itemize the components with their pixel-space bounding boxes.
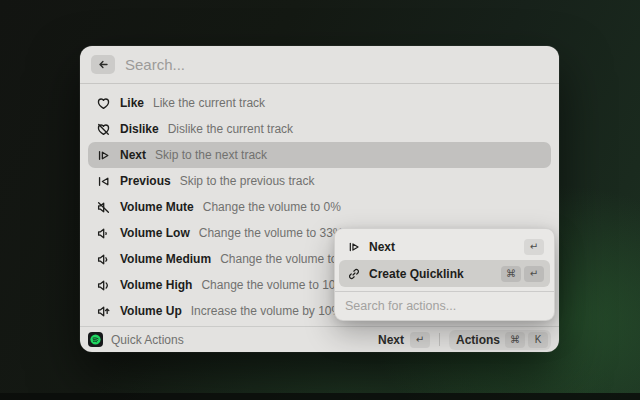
actions-popup-list: Next ↵ Create Quicklink ⌘↵ (335, 229, 554, 291)
list-item[interactable]: Previous Skip to the previous track (88, 168, 551, 194)
item-subtitle: Skip to the next track (155, 148, 267, 162)
footer-actions: Next ↵ Actions ⌘K (378, 330, 551, 350)
k-key: K (528, 332, 548, 348)
item-subtitle: Skip to the previous track (180, 174, 315, 188)
volume-up-icon (96, 304, 111, 319)
item-title: Dislike (120, 122, 159, 136)
cmd-key: ⌘ (501, 266, 521, 282)
footer-primary-label[interactable]: Next (378, 333, 404, 347)
popup-action-label: Next (369, 240, 516, 254)
return-key: ↵ (524, 239, 544, 255)
heart-off-icon (96, 122, 111, 137)
item-title: Volume High (120, 278, 192, 292)
item-title: Volume Up (120, 304, 182, 318)
back-button[interactable] (91, 55, 115, 74)
search-input[interactable] (125, 56, 548, 73)
actions-button-keys: ⌘K (505, 332, 548, 348)
item-subtitle: Change the volume to 33% (199, 226, 344, 240)
heart-icon (96, 96, 111, 111)
actions-popup: Next ↵ Create Quicklink ⌘↵ (334, 228, 555, 321)
list-item[interactable]: Like Like the current track (88, 90, 551, 116)
actions-button-label: Actions (456, 333, 500, 347)
arrow-left-icon (97, 58, 110, 71)
search-bar (80, 46, 559, 83)
item-title: Previous (120, 174, 171, 188)
actions-menu-button[interactable]: Actions ⌘K (449, 330, 551, 350)
command-palette-window: Like Like the current track Dislike Disl… (80, 46, 559, 352)
item-title: Next (120, 148, 146, 162)
volume-low-icon (96, 226, 111, 241)
footer-bar: Quick Actions Next ↵ Actions ⌘K (80, 326, 559, 352)
popup-search-bar (335, 292, 554, 320)
item-subtitle: Change the volume to 0% (203, 200, 341, 214)
cmd-key: ⌘ (505, 332, 525, 348)
item-subtitle: Like the current track (153, 96, 265, 110)
item-title: Volume Mute (120, 200, 194, 214)
footer-primary-keys: ↵ (410, 332, 430, 348)
actions-search-input[interactable] (345, 299, 544, 313)
footer-app-name: Quick Actions (111, 333, 184, 347)
volume-medium-icon (96, 252, 111, 267)
link-icon (347, 267, 361, 281)
volume-mute-icon (96, 200, 111, 215)
item-subtitle: Increase the volume by 10% (191, 304, 342, 318)
popup-action-item[interactable]: Create Quicklink ⌘↵ (339, 260, 550, 287)
popup-action-item[interactable]: Next ↵ (339, 233, 550, 260)
skip-forward-icon (347, 240, 361, 254)
popup-action-label: Create Quicklink (369, 267, 493, 281)
list-item[interactable]: Volume Mute Change the volume to 0% (88, 194, 551, 220)
desktop-wallpaper: Like Like the current track Dislike Disl… (0, 0, 640, 400)
list-item[interactable]: Dislike Dislike the current track (88, 116, 551, 142)
item-subtitle: Dislike the current track (168, 122, 293, 136)
skip-back-icon (96, 174, 111, 189)
volume-high-icon (96, 278, 111, 293)
return-key: ↵ (524, 266, 544, 282)
item-title: Like (120, 96, 144, 110)
footer-separator (439, 333, 440, 346)
item-title: Volume Low (120, 226, 190, 240)
return-key: ↵ (410, 332, 430, 348)
item-subtitle: Change the volume to 100% (201, 278, 352, 292)
list-item[interactable]: Next Skip to the next track (88, 142, 551, 168)
skip-forward-icon (96, 148, 111, 163)
item-title: Volume Medium (120, 252, 211, 266)
spotify-icon (88, 332, 103, 347)
